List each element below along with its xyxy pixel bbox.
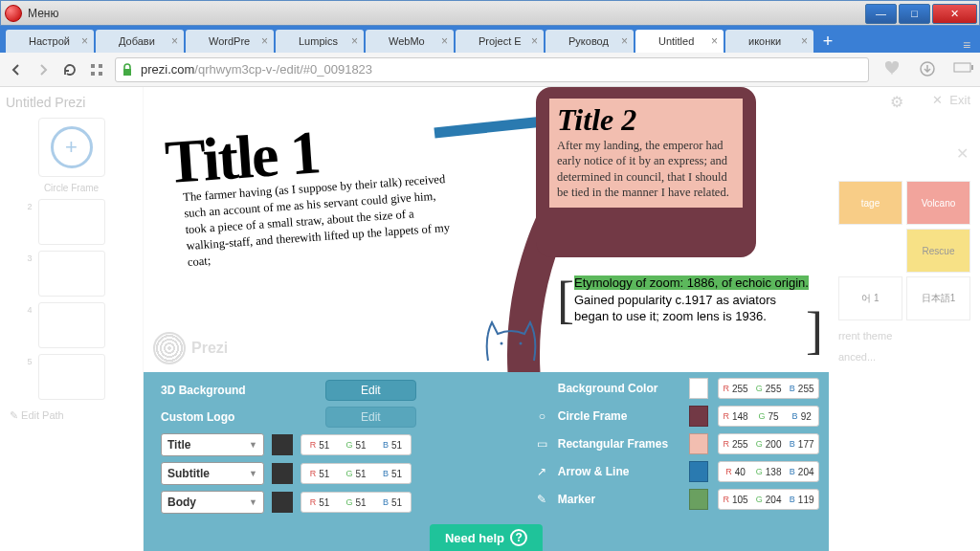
minimize-button[interactable]: — [865, 4, 897, 24]
color-swatch[interactable] [689, 489, 708, 510]
tab-close-icon[interactable]: × [437, 34, 448, 48]
menu-label[interactable]: Меню [28, 7, 58, 20]
back-button[interactable] [8, 61, 25, 78]
svg-rect-0 [91, 64, 95, 68]
body1-text: The farmer having (as I suppose by their… [183, 171, 456, 271]
font-style-select[interactable]: Subtitle▼ [161, 462, 264, 485]
forward-button[interactable] [34, 61, 52, 78]
svg-rect-1 [99, 64, 102, 68]
svg-rect-2 [91, 72, 95, 76]
tab-close-icon[interactable]: × [167, 34, 178, 48]
rgb-input[interactable]: 105204119 [718, 489, 819, 510]
browser-tab[interactable]: Добави× [96, 30, 184, 53]
svg-rect-4 [123, 69, 131, 76]
new-tab-button[interactable]: + [815, 32, 840, 53]
need-help-button[interactable]: Need help? [430, 524, 543, 551]
etymology-text[interactable]: Etymology of zoom: 1886, of echoic origi… [574, 275, 813, 325]
editor-center: Title 1 The farmer having (as I suppose … [144, 87, 829, 551]
theme-card[interactable]: 어 1 [838, 276, 902, 320]
font-style-select[interactable]: Title▼ [161, 433, 264, 456]
color-swatch[interactable] [689, 433, 708, 454]
theme-card[interactable]: 日本語1 [906, 276, 970, 320]
close-button[interactable]: ✕ [932, 4, 977, 24]
row-icon: ○ [536, 409, 548, 423]
theme-card[interactable]: Volcano [906, 181, 970, 225]
color-swatch[interactable] [689, 378, 708, 399]
tab-close-icon[interactable]: × [617, 34, 628, 48]
slide-thumb[interactable]: 4 [38, 302, 105, 348]
browser-tab[interactable]: WordPre× [186, 30, 274, 53]
browser-tab[interactable]: WebMo× [366, 30, 454, 53]
rgb-input[interactable]: 515151 [301, 492, 412, 513]
heart-icon[interactable] [884, 60, 903, 79]
rgb-input[interactable]: 515151 [301, 463, 412, 484]
color-swatch[interactable] [272, 463, 293, 484]
bracket-right: ] [806, 301, 823, 361]
download-icon[interactable] [919, 60, 938, 79]
battery-icon[interactable] [953, 60, 972, 79]
row-label: Circle Frame [558, 409, 679, 423]
prezi-title: Untitled Prezi [6, 95, 137, 110]
color-swatch[interactable] [272, 434, 293, 455]
tab-close-icon[interactable]: × [257, 34, 268, 48]
rgb-input[interactable]: 255255255 [718, 378, 819, 399]
rgb-input[interactable]: 515151 [301, 434, 412, 455]
row-label: Arrow & Line [558, 465, 679, 478]
row-label: Background Color [558, 382, 679, 395]
tab-close-icon[interactable]: × [78, 34, 88, 48]
url-input[interactable]: prezi.com/qrhwym3cp-v-/edit/#0_0091823 [115, 57, 869, 82]
browser-tab[interactable]: Untitled× [635, 30, 724, 53]
theme-card[interactable]: tage [838, 181, 902, 225]
bracket-left: [ [557, 271, 574, 330]
theme-card[interactable]: Rescue [906, 229, 970, 273]
gear-icon[interactable]: ⚙ [890, 93, 903, 111]
lock-icon [122, 63, 133, 77]
speed-dial-button[interactable] [88, 61, 105, 78]
browser-tab[interactable]: Project E× [456, 30, 544, 53]
edit-path-button[interactable]: ✎ Edit Path [6, 406, 137, 426]
tab-close-icon[interactable]: × [707, 34, 718, 48]
tab-close-icon[interactable]: × [347, 34, 358, 48]
title1-block[interactable]: Title 1 The farmer having (as I suppose … [163, 108, 456, 272]
rgb-input[interactable]: 40138204 [718, 461, 819, 482]
font-style-select[interactable]: Body▼ [161, 491, 264, 514]
svg-rect-3 [99, 72, 102, 76]
color-swatch[interactable] [689, 461, 708, 482]
edit-logo-button[interactable]: Edit [325, 407, 416, 428]
row-icon: ✎ [536, 493, 548, 506]
tab-menu-button[interactable]: ≡ [953, 37, 980, 53]
browser-tab[interactable]: Настрой× [6, 30, 94, 53]
doodle-cat [479, 309, 544, 364]
prezi-logo: Prezi [153, 332, 228, 364]
rgb-input[interactable]: 1487592 [718, 406, 819, 427]
slide-thumb[interactable]: 5 [38, 354, 105, 400]
edit-3d-bg-button[interactable]: Edit [325, 380, 416, 401]
browser-tab[interactable]: иконки× [725, 30, 813, 53]
opera-menu-button[interactable] [5, 5, 22, 22]
add-frame-button[interactable]: + [38, 118, 105, 177]
close-panel-icon[interactable]: ✕ [956, 144, 969, 163]
color-swatch[interactable] [272, 492, 293, 513]
svg-line-8 [434, 121, 544, 133]
prezi-canvas[interactable]: Title 1 The farmer having (as I suppose … [144, 87, 829, 372]
slide-thumb[interactable]: 2 [38, 199, 105, 245]
tab-close-icon[interactable]: × [797, 34, 808, 48]
custom-logo-label: Custom Logo [161, 410, 314, 424]
bg3d-label: 3D Background [161, 384, 314, 397]
circle-frame-label[interactable]: Circle Frame [6, 183, 137, 193]
exit-button[interactable]: ✕ Exit [932, 93, 970, 107]
slides-sidebar: Untitled Prezi + Circle Frame 2 3 4 5 ✎ … [0, 87, 144, 551]
color-swatch[interactable] [689, 406, 708, 427]
browser-tab[interactable]: Руковод× [546, 30, 634, 53]
browser-tab[interactable]: Lumpics× [276, 30, 364, 53]
row-label: Marker [558, 493, 679, 506]
advanced-link[interactable]: anced... [838, 351, 970, 363]
slide-thumb[interactable]: 3 [38, 251, 105, 297]
rgb-input[interactable]: 255200177 [718, 433, 819, 454]
title2-frame[interactable]: Title 2 After my landing, the emperor ha… [536, 87, 756, 257]
svg-point-10 [501, 342, 503, 345]
right-panel: ⚙ ✕ Exit ✕ tageVolcanoghtRescue어 1日本語1 r… [829, 87, 980, 551]
tab-close-icon[interactable]: × [527, 34, 538, 48]
maximize-button[interactable]: □ [899, 4, 930, 24]
reload-button[interactable] [61, 61, 78, 78]
